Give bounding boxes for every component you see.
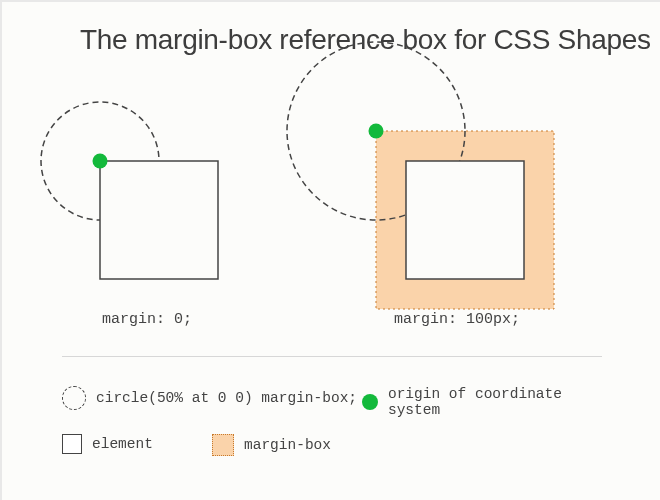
origin-dot-right — [369, 124, 384, 139]
element-square-icon — [62, 434, 82, 454]
legend-element-text: element — [92, 436, 153, 452]
dashed-circle-icon — [62, 386, 86, 410]
legend-shape-value: circle(50% at 0 0) margin-box; — [62, 386, 357, 410]
figure-margin-100 — [287, 42, 554, 309]
origin-dot-left — [93, 154, 108, 169]
legend-divider — [62, 356, 602, 357]
diagram-svg — [2, 2, 660, 500]
figure-margin-0 — [41, 102, 218, 279]
legend-element: element — [62, 434, 153, 454]
origin-dot-icon — [362, 394, 378, 410]
caption-right: margin: 100px; — [394, 311, 520, 328]
legend-origin: origin of coordinate system — [362, 386, 622, 418]
caption-left: margin: 0; — [102, 311, 192, 328]
legend-shape-value-text: circle(50% at 0 0) margin-box; — [96, 390, 357, 406]
legend-margin-box: margin-box — [212, 434, 331, 456]
legend-margin-box-text: margin-box — [244, 437, 331, 453]
margin-box-icon — [212, 434, 234, 456]
element-rect-right — [406, 161, 524, 279]
legend-origin-text: origin of coordinate system — [388, 386, 622, 418]
element-rect-left — [100, 161, 218, 279]
